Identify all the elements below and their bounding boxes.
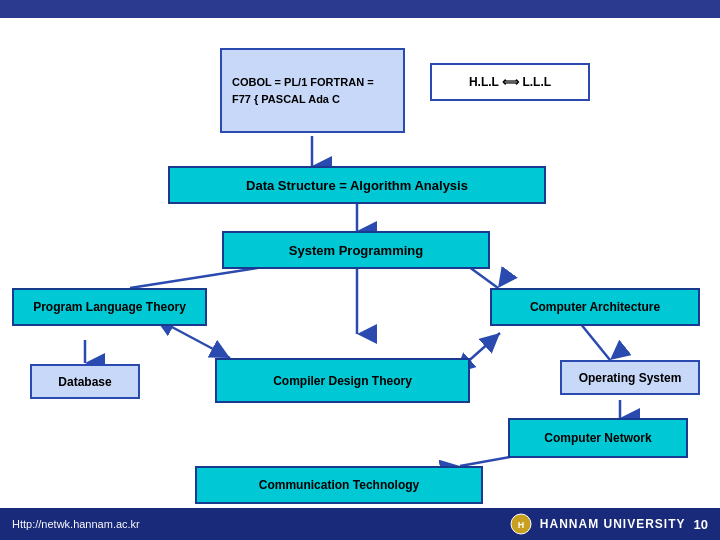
svg-line-13 [580, 323, 610, 360]
computer-network-box: Computer Network [508, 418, 688, 458]
header-bar [0, 0, 720, 18]
system-programming-box: System Programming [222, 231, 490, 269]
compiler-design-box: Compiler Design Theory [215, 358, 470, 403]
operating-system-box: Operating System [560, 360, 700, 395]
footer-url: Http://netwk.hannam.ac.kr [12, 518, 140, 530]
database-box: Database [30, 364, 140, 399]
slide: COBOL = PL/1 FORTRAN = F77 { PASCAL Ada … [0, 0, 720, 540]
computer-architecture-box: Computer Architecture [490, 288, 700, 326]
cobol-box: COBOL = PL/1 FORTRAN = F77 { PASCAL Ada … [220, 48, 405, 133]
cobol-label: COBOL = PL/1 FORTRAN = F77 { PASCAL Ada … [232, 76, 374, 105]
system-programming-label: System Programming [289, 243, 423, 258]
database-label: Database [58, 375, 111, 389]
hll-box: H.L.L ⟺ L.L.L [430, 63, 590, 101]
computer-network-label: Computer Network [544, 431, 651, 445]
page-number: 10 [694, 517, 708, 532]
computer-architecture-label: Computer Architecture [530, 300, 660, 314]
footer-bar: Http://netwk.hannam.ac.kr H HANNAM UNIVE… [0, 508, 720, 540]
program-language-box: Program Language Theory [12, 288, 207, 326]
content-area: COBOL = PL/1 FORTRAN = F77 { PASCAL Ada … [0, 18, 720, 508]
cobol-text: COBOL = PL/1 FORTRAN = F77 { PASCAL Ada … [232, 74, 393, 107]
data-structure-box: Data Structure = Algorithm Analysis [168, 166, 546, 204]
compiler-design-label: Compiler Design Theory [273, 374, 412, 388]
university-name: HANNAM UNIVERSITY [540, 517, 686, 531]
communication-technology-label: Communication Technology [259, 478, 419, 492]
program-language-label: Program Language Theory [33, 300, 186, 314]
hll-label: H.L.L ⟺ L.L.L [469, 75, 551, 89]
operating-system-label: Operating System [579, 371, 682, 385]
footer-right: H HANNAM UNIVERSITY 10 [510, 513, 708, 535]
communication-technology-box: Communication Technology [195, 466, 483, 504]
data-structure-label: Data Structure = Algorithm Analysis [246, 178, 468, 193]
svg-line-8 [130, 266, 270, 288]
svg-text:H: H [518, 520, 525, 530]
university-logo: H [510, 513, 532, 535]
